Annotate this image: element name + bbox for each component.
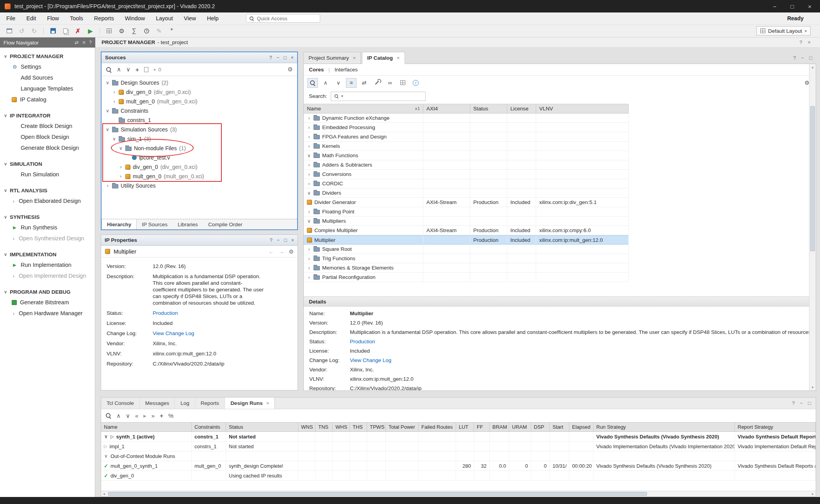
add-sources-button[interactable]: + bbox=[135, 66, 139, 73]
window-minimize-button[interactable]: − bbox=[773, 3, 776, 10]
horizontal-scrollbar[interactable]: ◂ ▸ bbox=[101, 491, 816, 497]
help-icon[interactable]: ? bbox=[793, 55, 796, 61]
column-license[interactable]: License bbox=[507, 104, 536, 113]
step-back-button[interactable]: « bbox=[135, 412, 138, 419]
menu-view[interactable]: View bbox=[184, 15, 196, 21]
help-icon[interactable]: ? bbox=[89, 40, 92, 45]
column-ff[interactable]: FF bbox=[474, 422, 490, 431]
window-close-button[interactable]: × bbox=[808, 3, 811, 10]
tab-ip-sources[interactable]: IP Sources bbox=[137, 219, 173, 229]
column-lut[interactable]: LUT bbox=[456, 422, 474, 431]
section-header-rtl-analysis[interactable]: ∨RTL ANALYSIS bbox=[0, 186, 95, 195]
view-change-log-link[interactable]: View Change Log bbox=[153, 330, 270, 337]
search-button[interactable] bbox=[106, 67, 112, 73]
chevron-down-icon[interactable]: ∨ bbox=[307, 218, 311, 224]
catalog-row-cordic[interactable]: ›CORDIC bbox=[304, 179, 629, 188]
sidebar-item-open-block-design[interactable]: Open Block Design bbox=[0, 131, 95, 142]
tree-row-sim-1[interactable]: ∨sim_1(3) bbox=[102, 134, 297, 144]
column-start[interactable]: Start bbox=[550, 422, 569, 431]
chevron-down-icon[interactable]: ∨ bbox=[105, 108, 110, 114]
scrollbar-thumb[interactable] bbox=[108, 492, 647, 496]
column-wns[interactable]: WNS bbox=[298, 422, 316, 431]
catalog-row-multiplier-selected[interactable]: MultiplierProductionIncludedxilinx.com:i… bbox=[304, 235, 629, 245]
chevron-down-icon[interactable]: ∨ bbox=[307, 190, 311, 196]
column-tns[interactable]: TNS bbox=[316, 422, 333, 431]
sidebar-item-ip-catalog[interactable]: IP Catalog bbox=[0, 94, 95, 105]
undo-button[interactable]: ↺ bbox=[16, 26, 27, 36]
chevron-right-icon[interactable]: › bbox=[307, 115, 311, 121]
expand-all-button[interactable]: ∨ bbox=[126, 66, 130, 73]
column-dsp[interactable]: DSP bbox=[531, 422, 550, 431]
menu-layout[interactable]: Layout bbox=[156, 15, 173, 21]
sidebar-item-run-simulation[interactable]: Run Simulation bbox=[0, 169, 95, 180]
tree-row-sim-mult-gen-0[interactable]: ›mult_gen_0(mult_gen_0.xci) bbox=[102, 172, 297, 181]
catalog-row-memories-storage[interactable]: ›Memories & Storage Elements bbox=[304, 263, 629, 273]
menu-reports[interactable]: Reports bbox=[94, 15, 114, 21]
chevron-right-icon[interactable]: › bbox=[307, 275, 311, 280]
collapse-all-button[interactable]: ∧ bbox=[320, 78, 331, 88]
tree-row-utility-sources[interactable]: ›Utility Sources bbox=[102, 181, 297, 190]
run-row-div-gen-0[interactable]: ✓div_gen_0 Using cached IP results bbox=[101, 471, 816, 481]
scroll-right-button[interactable]: ▸ bbox=[812, 492, 814, 496]
chevron-right-icon[interactable]: › bbox=[307, 162, 311, 168]
tree-row-non-module-files[interactable]: ∨Non-module Files(1) bbox=[102, 144, 297, 153]
report-button[interactable] bbox=[144, 67, 148, 72]
clock-button[interactable] bbox=[141, 26, 152, 36]
column-whs[interactable]: WHS bbox=[333, 422, 350, 431]
expand-all-button[interactable]: ∨ bbox=[333, 78, 344, 88]
column-run-strategy[interactable]: Run Strategy bbox=[594, 422, 735, 431]
scroll-left-button[interactable]: ◂ bbox=[103, 492, 105, 496]
catalog-row-dynamic-function-exchange[interactable]: ›Dynamic Function eXchange bbox=[304, 114, 629, 123]
column-status[interactable]: Status bbox=[470, 104, 507, 113]
menu-flow[interactable]: Flow bbox=[47, 15, 59, 21]
chevron-right-icon[interactable]: › bbox=[307, 125, 311, 130]
section-header-implementation[interactable]: ∨IMPLEMENTATION bbox=[0, 250, 95, 259]
catalog-row-floating-point[interactable]: ›Floating Point bbox=[304, 207, 629, 217]
close-icon[interactable]: × bbox=[266, 400, 269, 406]
catalog-row-trig-functions[interactable]: ›Trig Functions bbox=[304, 254, 629, 263]
menu-window[interactable]: Window bbox=[125, 15, 145, 21]
minimize-icon[interactable]: − bbox=[801, 55, 804, 61]
chevron-down-icon[interactable]: ∨ bbox=[307, 153, 311, 158]
report-button[interactable] bbox=[104, 26, 114, 36]
sidebar-item-generate-block-design[interactable]: Generate Block Design bbox=[0, 142, 95, 153]
chevron-right-icon[interactable]: › bbox=[307, 209, 311, 215]
sidebar-item-run-implementation[interactable]: ▶Run Implementation bbox=[0, 259, 95, 270]
tab-compile-order[interactable]: Compile Order bbox=[203, 219, 248, 229]
sum-button[interactable]: ∑ bbox=[129, 26, 139, 36]
section-header-program-and-debug[interactable]: ∨PROGRAM AND DEBUG bbox=[0, 287, 95, 297]
lines-icon[interactable]: ≡ bbox=[82, 40, 85, 45]
run-row-impl-1[interactable]: ▷impl_1 constrs_1 Not started Vivado Imp… bbox=[101, 442, 816, 451]
save-button[interactable] bbox=[48, 26, 58, 36]
run-button[interactable]: ▶ bbox=[85, 26, 96, 36]
tree-row-constraints[interactable]: ∨Constraints bbox=[102, 106, 297, 115]
scroll-down-button[interactable]: ▾ bbox=[809, 384, 816, 390]
tab-design-runs[interactable]: Design Runs× bbox=[225, 398, 275, 409]
help-icon[interactable]: ? bbox=[799, 39, 802, 45]
wand-button[interactable]: * bbox=[166, 26, 177, 36]
tab-messages[interactable]: Messages bbox=[140, 398, 175, 409]
chevron-right-icon[interactable]: › bbox=[119, 174, 123, 179]
chevron-down-icon[interactable]: ∨ bbox=[112, 136, 116, 142]
column-tpws[interactable]: TPWS bbox=[367, 422, 386, 431]
run-row-ooc-module-runs[interactable]: ∨Out-of-Context Module Runs bbox=[101, 451, 816, 461]
settings-gear-icon[interactable]: ⚙ bbox=[289, 248, 294, 255]
chevron-down-icon[interactable]: ∨ bbox=[104, 434, 108, 439]
close-icon[interactable]: × bbox=[291, 55, 294, 60]
tree-row-design-sources[interactable]: ∨Design Sources(2) bbox=[102, 78, 297, 87]
menu-edit[interactable]: Edit bbox=[26, 15, 36, 21]
view-change-log-link[interactable]: View Change Log bbox=[350, 357, 810, 364]
chevron-right-icon[interactable]: › bbox=[307, 256, 311, 261]
catalog-search-input[interactable]: ▾ bbox=[331, 92, 426, 101]
section-header-project-manager[interactable]: ∨PROJECT MANAGER bbox=[0, 51, 95, 61]
column-status[interactable]: Status bbox=[226, 422, 298, 431]
hierarchy-view-button[interactable]: ≡ bbox=[346, 78, 357, 88]
catalog-row-kernels[interactable]: ›Kernels bbox=[304, 142, 629, 151]
section-header-synthesis[interactable]: ∨SYNTHESIS bbox=[0, 212, 95, 222]
chevron-right-icon[interactable]: › bbox=[307, 247, 311, 252]
column-elapsed[interactable]: Elapsed bbox=[569, 422, 594, 431]
section-header-ip-integrator[interactable]: ∨IP INTEGRATOR bbox=[0, 111, 95, 121]
chevron-right-icon[interactable]: › bbox=[307, 172, 311, 177]
sources-titlebar[interactable]: Sources ? − □ × bbox=[102, 52, 297, 63]
back-icon[interactable]: ← bbox=[268, 248, 274, 255]
